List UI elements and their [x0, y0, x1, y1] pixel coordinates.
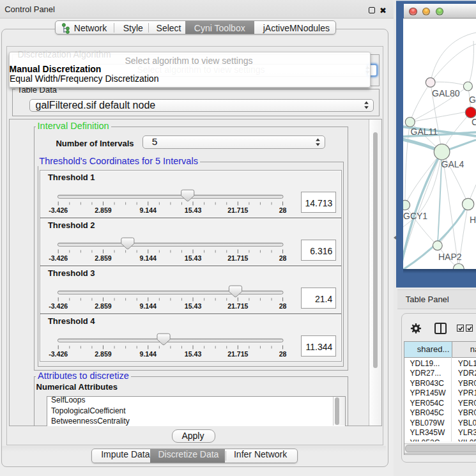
svg-text:9.144: 9.144 — [140, 302, 157, 309]
svg-text:2.859: 2.859 — [95, 206, 112, 213]
svg-text:C: C — [472, 117, 476, 127]
svg-text:GAL11: GAL11 — [411, 127, 438, 137]
svg-text:28: 28 — [279, 302, 287, 309]
svg-text:GCY1: GCY1 — [403, 211, 427, 221]
svg-text:-3.426: -3.426 — [49, 302, 68, 309]
svg-text:9.144: 9.144 — [140, 349, 157, 357]
svg-text:21.715: 21.715 — [228, 254, 249, 261]
svg-text:GA: GA — [469, 95, 476, 105]
svg-text:-3.426: -3.426 — [49, 254, 68, 261]
svg-text:GAL4: GAL4 — [441, 159, 464, 169]
svg-text:28: 28 — [279, 349, 287, 357]
svg-text:15.43: 15.43 — [185, 349, 202, 357]
svg-text:9.144: 9.144 — [140, 206, 157, 213]
svg-text:15.43: 15.43 — [185, 206, 202, 213]
svg-text:21.715: 21.715 — [228, 349, 249, 357]
svg-text:15.43: 15.43 — [185, 302, 202, 309]
svg-text:H: H — [470, 215, 476, 225]
svg-text:2.859: 2.859 — [95, 349, 112, 357]
svg-text:GAL80: GAL80 — [432, 88, 460, 98]
svg-text:2.859: 2.859 — [95, 254, 112, 261]
svg-text:28: 28 — [279, 254, 287, 261]
svg-text:21.715: 21.715 — [228, 302, 249, 309]
svg-text:28: 28 — [279, 206, 287, 213]
svg-text:2.859: 2.859 — [95, 302, 112, 309]
svg-text:21.715: 21.715 — [228, 206, 249, 213]
svg-text:9.144: 9.144 — [140, 254, 157, 261]
svg-text:HAP2: HAP2 — [438, 252, 462, 262]
svg-text:-3.426: -3.426 — [49, 206, 68, 213]
svg-text:-3.426: -3.426 — [49, 349, 68, 357]
svg-text:15.43: 15.43 — [185, 254, 202, 261]
